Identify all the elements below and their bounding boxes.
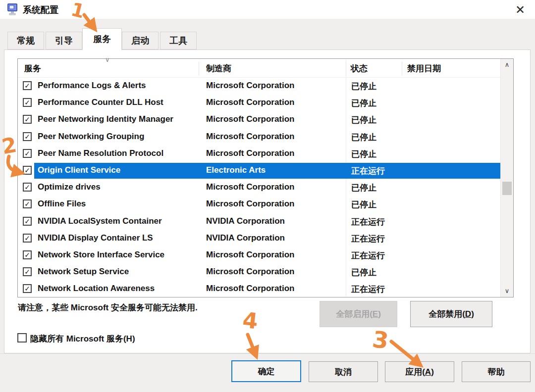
- header-separator: [199, 62, 199, 76]
- service-status: 已停止: [351, 132, 376, 143]
- list-body: ✓ Performance Logs & Alerts Microsoft Co…: [18, 78, 500, 297]
- tab-4[interactable]: 工具: [160, 32, 197, 49]
- table-row[interactable]: ✓ Performance Counter DLL Host Microsoft…: [18, 95, 500, 111]
- table-row[interactable]: ✓ Network Location Awareness Microsoft C…: [18, 281, 500, 297]
- tab-0[interactable]: 常规: [7, 32, 44, 49]
- check-icon: ✓: [24, 82, 31, 89]
- vertical-scrollbar[interactable]: ∧ ∨: [500, 59, 513, 297]
- tab-2[interactable]: 服务: [82, 28, 122, 50]
- service-status: 正在运行: [351, 284, 385, 295]
- service-name: Offline Files: [38, 199, 86, 209]
- check-icon: ✓: [24, 99, 31, 106]
- ok-button[interactable]: 确定: [231, 360, 301, 382]
- manufacturer: Microsoft Corporation: [206, 114, 295, 124]
- scroll-down-icon[interactable]: ∨: [501, 285, 513, 297]
- services-list: ∨ 服务 制造商 状态 禁用日期 ✓ Performance Logs & Al…: [17, 58, 514, 297]
- service-name: Network Location Awareness: [38, 284, 155, 294]
- service-status: 正在运行: [351, 250, 385, 261]
- table-row[interactable]: ✓ Peer Networking Grouping Microsoft Cor…: [18, 129, 500, 146]
- window-title: 系统配置: [23, 4, 58, 16]
- service-status: 已停止: [351, 148, 376, 160]
- manufacturer: Microsoft Corporation: [206, 267, 295, 277]
- table-row[interactable]: ✓ Peer Networking Identity Manager Micro…: [18, 111, 500, 128]
- sort-chevron-icon: ∨: [105, 56, 110, 63]
- enable-all-button: 全部启用(E): [320, 301, 397, 327]
- check-icon: ✓: [24, 116, 31, 123]
- table-row[interactable]: ✓ Optimize drives Microsoft Corporation …: [18, 179, 500, 196]
- notice-text: 请注意，某些 Microsoft 安全服务可能无法禁用.: [18, 302, 198, 313]
- help-button[interactable]: 帮助: [462, 361, 531, 382]
- service-checkbox[interactable]: ✓: [23, 98, 32, 107]
- table-row[interactable]: ✓ NVIDIA LocalSystem Container NVIDIA Co…: [18, 213, 500, 230]
- service-name: Peer Name Resolution Protocol: [38, 148, 163, 158]
- service-name: Origin Client Service: [38, 165, 120, 175]
- manufacturer: NVIDIA Corporation: [206, 216, 285, 226]
- check-icon: ✓: [24, 200, 31, 207]
- service-checkbox[interactable]: ✓: [23, 132, 32, 141]
- check-icon: ✓: [24, 285, 31, 292]
- check-icon: ✓: [24, 133, 31, 140]
- check-icon: ✓: [24, 167, 31, 174]
- service-checkbox[interactable]: ✓: [23, 199, 32, 208]
- disable-all-button[interactable]: 全部禁用(D): [410, 301, 492, 327]
- table-row[interactable]: ✓ Network Store Interface Service Micros…: [18, 247, 500, 264]
- column-header-manufacturer[interactable]: 制造商: [206, 63, 231, 74]
- table-row[interactable]: ✓ Peer Name Resolution Protocol Microsof…: [18, 146, 500, 162]
- hide-microsoft-services-checkbox[interactable]: [17, 333, 27, 343]
- service-checkbox[interactable]: ✓: [23, 267, 32, 276]
- service-checkbox[interactable]: ✓: [23, 115, 32, 124]
- service-name: Peer Networking Grouping: [38, 132, 144, 142]
- manufacturer: Microsoft Corporation: [206, 182, 295, 192]
- manufacturer: Microsoft Corporation: [206, 132, 295, 142]
- table-row[interactable]: ✓ Offline Files Microsoft Corporation 已停…: [18, 196, 500, 213]
- title-bar: 系统配置 ✕: [0, 0, 535, 19]
- manufacturer: NVIDIA Corporation: [206, 233, 285, 243]
- service-status: 正在运行: [351, 216, 385, 228]
- manufacturer: Electronic Arts: [206, 165, 266, 175]
- service-status: 已停止: [351, 114, 376, 126]
- service-status: 已停止: [351, 182, 376, 194]
- manufacturer: Microsoft Corporation: [206, 250, 295, 260]
- service-name: Peer Networking Identity Manager: [38, 114, 173, 124]
- manufacturer: Microsoft Corporation: [206, 98, 295, 107]
- scroll-up-icon[interactable]: ∧: [501, 59, 513, 71]
- header-separator: [402, 62, 402, 76]
- cancel-button[interactable]: 取消: [309, 361, 378, 382]
- manufacturer: Microsoft Corporation: [206, 81, 295, 91]
- column-header-status[interactable]: 状态: [351, 63, 368, 74]
- table-row[interactable]: ✓ Network Setup Service Microsoft Corpor…: [18, 264, 500, 281]
- check-icon: ✓: [24, 218, 31, 225]
- service-checkbox[interactable]: ✓: [23, 234, 32, 243]
- service-name: Performance Counter DLL Host: [38, 98, 163, 107]
- check-icon: ✓: [24, 150, 31, 157]
- table-row[interactable]: ✓ Origin Client Service Electronic Arts …: [18, 162, 500, 179]
- close-icon[interactable]: ✕: [510, 1, 530, 18]
- service-checkbox[interactable]: ✓: [23, 183, 32, 192]
- service-checkbox[interactable]: ✓: [23, 250, 32, 259]
- tab-1[interactable]: 引导: [46, 32, 82, 49]
- column-header-date-disabled[interactable]: 禁用日期: [407, 63, 441, 74]
- tab-3[interactable]: 启动: [122, 32, 159, 49]
- service-checkbox[interactable]: ✓: [23, 217, 32, 226]
- table-row[interactable]: ✓ NVIDIA Display Container LS NVIDIA Cor…: [18, 230, 500, 247]
- check-icon: ✓: [24, 235, 31, 242]
- service-checkbox[interactable]: ✓: [23, 149, 32, 158]
- service-name: NVIDIA Display Container LS: [38, 233, 153, 243]
- service-checkbox[interactable]: ✓: [23, 284, 32, 293]
- service-checkbox[interactable]: ✓: [23, 81, 32, 90]
- service-name: Optimize drives: [38, 182, 101, 192]
- service-name: Network Setup Service: [38, 267, 129, 277]
- service-status: 已停止: [351, 199, 376, 210]
- service-checkbox[interactable]: ✓: [23, 166, 32, 175]
- table-row[interactable]: ✓ Performance Logs & Alerts Microsoft Co…: [18, 78, 500, 95]
- column-header-service[interactable]: 服务: [24, 63, 41, 74]
- scrollbar-thumb[interactable]: [502, 182, 512, 195]
- system-configuration-dialog: 系统配置 ✕ 常规 引导 服务 启动 工具 ∨ 服务 制造商 状态 禁用日期 ✓…: [0, 0, 535, 392]
- service-status: 正在运行: [351, 233, 385, 245]
- service-name: NVIDIA LocalSystem Container: [38, 216, 162, 226]
- service-status: 已停止: [351, 81, 376, 92]
- service-name: Performance Logs & Alerts: [38, 81, 146, 91]
- apply-button[interactable]: 应用(A): [385, 361, 454, 382]
- manufacturer: Microsoft Corporation: [206, 148, 295, 158]
- hide-microsoft-services-label: 隐藏所有 Microsoft 服务(H): [30, 333, 135, 344]
